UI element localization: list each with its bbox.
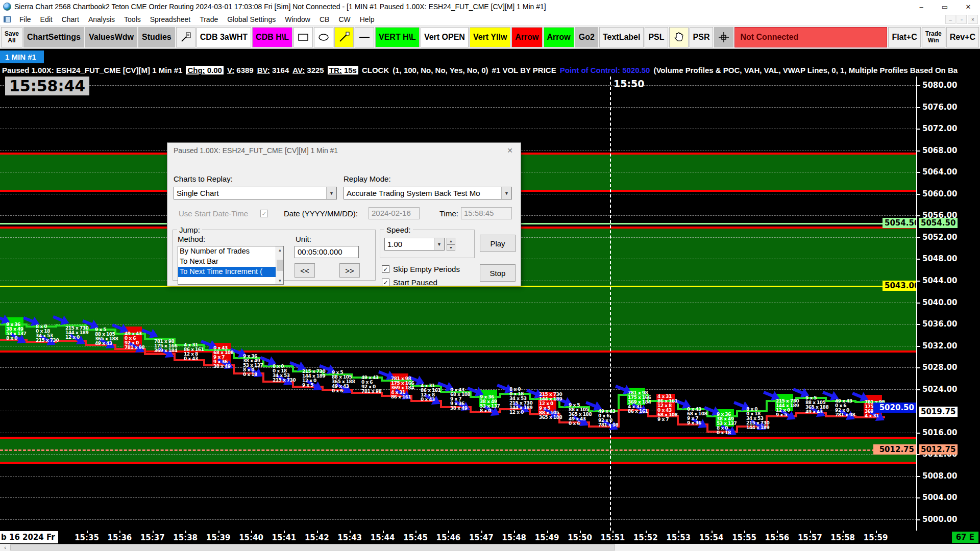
scale-tick-label: 5060.00 [922, 189, 957, 198]
line-tool-icon[interactable] [334, 27, 354, 47]
rev-c-button[interactable]: Rev+C [946, 27, 979, 47]
bidask-volume-text: 0 x 43 [421, 397, 435, 402]
menu-help[interactable]: Help [355, 14, 379, 24]
charts-to-replay-label: Charts to Replay: [174, 174, 233, 183]
menu-trade[interactable]: Trade [195, 14, 223, 24]
text-label-button[interactable]: TextLabel [599, 27, 644, 47]
save-all-button[interactable]: Save All [1, 27, 22, 47]
dialog-close-icon[interactable]: ✕ [504, 145, 516, 156]
jump-method-option[interactable]: By Number of Trades [178, 246, 283, 257]
arrow-red-button[interactable]: Arrow [511, 27, 542, 47]
mdi-minimize-button[interactable]: – [945, 15, 955, 24]
menu-analysis[interactable]: Analysis [84, 14, 119, 24]
window-title: Sierra Chart 2568 Chartbook2 Teton CME O… [14, 3, 546, 11]
jump-back-button[interactable]: << [295, 263, 315, 278]
time-axis[interactable]: b 16 2024 Fr 67 E 15:3515:3615:3715:3815… [0, 531, 980, 544]
scroll-up-icon[interactable]: ▲ [276, 246, 284, 254]
date-field[interactable]: 2024-02-16 [369, 207, 420, 219]
jump-method-option[interactable]: To Next Time Increment ( [178, 267, 283, 277]
time-label: 15:43 [337, 533, 362, 542]
tab-1min[interactable]: 1 MIN #1 [0, 51, 44, 63]
scale-tick-label: 5024.00 [922, 385, 957, 394]
scale-tick-label: 5032.00 [922, 341, 957, 350]
menu-tools[interactable]: Tools [119, 14, 145, 24]
scale-price-chip: 5019.75 [919, 407, 958, 417]
vert-yllw-button[interactable]: Vert Yllw [470, 27, 510, 47]
bidask-volume-text: 0 x 6 [569, 421, 580, 426]
maximize-button[interactable]: ▭ [933, 0, 957, 13]
scale-tick-label: 5028.00 [922, 363, 957, 372]
bidask-volume-text: 0 x 18 [243, 372, 257, 377]
close-button[interactable]: ✕ [957, 0, 980, 13]
vert-hl-button[interactable]: VERT H\L [375, 27, 420, 47]
flat-c-button[interactable]: Flat+C [888, 27, 920, 47]
menu-edit[interactable]: Edit [36, 14, 57, 24]
time-label: 15:37 [140, 533, 165, 542]
bidask-volume-text: 369 x 184 [154, 348, 177, 353]
horizontal-line-tool-icon[interactable] [355, 27, 374, 47]
charts-to-replay-select[interactable]: Single Chart ▼ [174, 187, 337, 199]
minimize-button[interactable]: – [910, 0, 933, 13]
scale-tick-mark [917, 476, 920, 477]
menu-chart[interactable]: Chart [57, 14, 84, 24]
mdi-close-button[interactable]: × [968, 15, 978, 24]
chevron-down-icon[interactable]: ▼ [434, 238, 444, 250]
play-button[interactable]: Play [480, 235, 516, 252]
menu-cw[interactable]: CW [334, 14, 355, 24]
jump-method-option[interactable]: To Next Bar [178, 257, 283, 267]
menu-file[interactable]: File [15, 14, 36, 24]
scale-tick-mark [917, 346, 920, 347]
scrollbar-thumb[interactable] [277, 260, 283, 271]
time-field[interactable]: 15:58:45 [461, 207, 512, 219]
replay-clock: 15:58:44 [5, 77, 89, 95]
stop-button[interactable]: Stop [480, 264, 516, 282]
chevron-down-icon[interactable]: ▼ [326, 187, 336, 199]
values-window-button[interactable]: ValuesWdw [85, 27, 137, 47]
bidask-volume-text: 365 x 188 [539, 415, 562, 420]
speed-select[interactable]: 1.00 ▼ [384, 238, 445, 251]
studies-button[interactable]: Studies [138, 27, 175, 47]
psr-button[interactable]: PSR [690, 27, 714, 47]
scale-tick-mark [917, 519, 920, 520]
unit-field[interactable]: 00:05:00.000 [295, 246, 359, 258]
menu-window[interactable]: Window [280, 14, 315, 24]
gridline [0, 519, 916, 520]
price-scale[interactable]: 5080.005076.005072.005068.005064.005060.… [916, 77, 980, 531]
jump-forward-button[interactable]: >> [339, 263, 360, 278]
scroll-left-icon[interactable]: ‹ [0, 544, 10, 551]
start-paused-checkbox[interactable]: ✓ [382, 279, 389, 286]
chevron-down-icon[interactable]: ▼ [501, 187, 511, 199]
horizontal-scrollbar[interactable]: ‹ [0, 544, 980, 551]
session-marker-label: 15:50 [614, 78, 644, 89]
menu-spreadsheet[interactable]: Spreadsheet [145, 14, 195, 24]
vert-open-button[interactable]: Vert OPEN [421, 27, 469, 47]
replay-mode-select[interactable]: Accurate Trading System Back Test Mo ▼ [344, 187, 512, 199]
go2-button[interactable]: Go2 [575, 27, 598, 47]
skip-empty-periods-checkbox[interactable]: ✓ [382, 265, 389, 273]
bidask-volume-text: 781 x 98 [361, 389, 381, 394]
crosshair-icon[interactable] [714, 27, 733, 47]
rectangle-tool-icon[interactable] [293, 27, 313, 47]
ellipse-tool-icon[interactable] [314, 27, 333, 47]
menu-cb[interactable]: CB [315, 14, 334, 24]
listbox-scrollbar[interactable]: ▲ ▼ [276, 246, 283, 284]
scroll-down-icon[interactable]: ▼ [276, 277, 284, 284]
chart-settings-button[interactable]: ChartSettings [23, 27, 84, 47]
psl-button[interactable]: PSL [645, 27, 668, 47]
menu-global-settings[interactable]: Global Settings [223, 14, 280, 24]
speed-spin-down-icon[interactable]: ▼ [447, 244, 455, 251]
tab-strip: 1 MIN #1 [0, 49, 980, 63]
drawing-tool-icon[interactable] [176, 27, 195, 47]
time-label: 15:38 [173, 533, 198, 542]
cdb-3awht-button[interactable]: CDB 3aWHT [197, 27, 251, 47]
scrollbar-thumb[interactable] [10, 544, 615, 550]
speed-spin-up-icon[interactable]: ▲ [447, 238, 455, 244]
mdi-restore-button[interactable]: ▫ [957, 15, 967, 24]
pan-hand-icon[interactable] [669, 27, 689, 47]
arrow-green-button[interactable]: Arrow [544, 27, 574, 47]
use-start-datetime-checkbox[interactable]: ✓ [260, 210, 268, 217]
trade-win-button[interactable]: Trade Win [922, 27, 945, 47]
gridline [0, 303, 916, 303]
jump-method-listbox[interactable]: By Number of TradesTo Next BarTo Next Ti… [178, 246, 284, 285]
cdb-hl-button[interactable]: CDB H\L [252, 27, 292, 47]
